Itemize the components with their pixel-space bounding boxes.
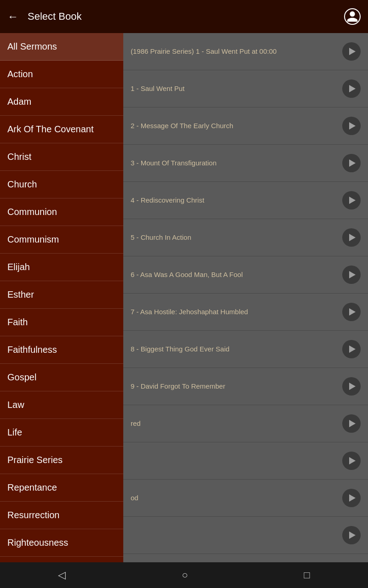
sermon-title: 3 - Mount Of Transfiguration bbox=[131, 158, 342, 168]
play-button[interactable] bbox=[342, 340, 361, 358]
back-nav-button[interactable]: ◁ bbox=[47, 565, 77, 585]
sidebar-item-faith[interactable]: Faith bbox=[0, 309, 123, 336]
sermon-row[interactable]: 3 - Mount Of Transfiguration bbox=[123, 145, 368, 182]
sidebar-item-label: Communion bbox=[7, 207, 57, 217]
sidebar-item-ark-of-the-covenant[interactable]: Ark Of The Covenant bbox=[0, 116, 123, 143]
sidebar-item-esther[interactable]: Esther bbox=[0, 281, 123, 309]
play-button[interactable] bbox=[342, 117, 361, 135]
sidebar-item-adam[interactable]: Adam bbox=[0, 88, 123, 116]
sermon-list: (1986 Prairie Series) 1 - Saul Went Put … bbox=[123, 33, 368, 562]
sidebar-item-label: Law bbox=[7, 400, 24, 410]
sidebar-item-all-sermons[interactable]: All Sermons bbox=[0, 33, 123, 61]
sermon-title: 8 - Biggest Thing God Ever Said bbox=[131, 345, 342, 354]
sermon-row[interactable]: od bbox=[123, 480, 368, 517]
play-button[interactable] bbox=[342, 42, 361, 61]
sidebar-item-label: Righteousness bbox=[7, 537, 68, 548]
play-button[interactable] bbox=[342, 154, 361, 172]
sermon-title: 2 - Message Of The Early Church bbox=[131, 121, 342, 130]
play-button[interactable] bbox=[342, 377, 361, 396]
sermon-row[interactable]: 2 - Message Of The Early Church bbox=[123, 107, 368, 145]
sermon-row[interactable] bbox=[123, 442, 368, 480]
sidebar-item-label: Elijah bbox=[7, 262, 30, 272]
sidebar-item-prairie-series[interactable]: Prairie Series bbox=[0, 447, 123, 474]
home-nav-button[interactable]: ○ bbox=[171, 565, 199, 585]
account-circle-icon[interactable] bbox=[344, 8, 361, 25]
sermon-row[interactable] bbox=[123, 517, 368, 554]
sermon-title: 5 - Church In Action bbox=[131, 233, 342, 242]
sermon-title: 7 - Asa Hostile: Jehoshaphat Humbled bbox=[131, 307, 342, 317]
sermon-row[interactable]: red bbox=[123, 405, 368, 442]
sidebar-item-communism[interactable]: Communism bbox=[0, 226, 123, 254]
sidebar-item-repentance[interactable]: Repentance bbox=[0, 474, 123, 502]
play-button[interactable] bbox=[342, 79, 361, 98]
sidebar-item-label: Gospel bbox=[7, 372, 36, 383]
sidebar-item-church[interactable]: Church bbox=[0, 171, 123, 198]
play-button[interactable] bbox=[342, 228, 361, 247]
sermon-row[interactable]: 4 - Rediscovering Christ bbox=[123, 182, 368, 219]
sidebar-item-life[interactable]: Life bbox=[0, 419, 123, 447]
sermon-row[interactable]: 8 - Biggest Thing God Ever Said bbox=[123, 331, 368, 368]
sidebar-item-elijah[interactable]: Elijah bbox=[0, 254, 123, 281]
sidebar-item-communion[interactable]: Communion bbox=[0, 198, 123, 226]
sidebar-item-law[interactable]: Law bbox=[0, 391, 123, 419]
sidebar-item-label: Ark Of The Covenant bbox=[7, 124, 94, 135]
sidebar: All SermonsActionAdamArk Of The Covenant… bbox=[0, 33, 123, 562]
sidebar-item-label: Repentance bbox=[7, 482, 57, 493]
back-button[interactable]: ← bbox=[7, 10, 18, 23]
sermon-title: 1 - Saul Went Put bbox=[131, 84, 342, 93]
recents-nav-button[interactable]: □ bbox=[293, 565, 321, 585]
sidebar-item-label: All Sermons bbox=[7, 41, 57, 52]
sidebar-item-christ[interactable]: Christ bbox=[0, 143, 123, 171]
play-button[interactable] bbox=[342, 266, 361, 284]
sermon-row[interactable]: 6 - Asa Was A Good Man, But A Fool bbox=[123, 256, 368, 294]
sidebar-item-righteousness[interactable]: Righteousness bbox=[0, 529, 123, 557]
play-button[interactable] bbox=[342, 414, 361, 433]
sidebar-item-label: Action bbox=[7, 69, 33, 79]
sermon-row[interactable]: 9 - David Forgot To Remember bbox=[123, 368, 368, 405]
sermon-row[interactable]: 7 - Asa Hostile: Jehoshaphat Humbled bbox=[123, 294, 368, 331]
sidebar-item-label: Communism bbox=[7, 234, 59, 245]
sermon-title: 9 - David Forgot To Remember bbox=[131, 382, 342, 391]
sidebar-item-label: Life bbox=[7, 427, 22, 438]
sidebar-item-label: Prairie Series bbox=[7, 455, 63, 465]
sidebar-item-gospel[interactable]: Gospel bbox=[0, 364, 123, 391]
sidebar-item-label: Resurrection bbox=[7, 510, 59, 520]
page-title: Select Book bbox=[28, 11, 344, 23]
sermon-row[interactable]: 1 - Saul Went Put bbox=[123, 70, 368, 107]
sermon-title: 4 - Rediscovering Christ bbox=[131, 196, 342, 205]
sidebar-item-faithfulness[interactable]: Faithfulness bbox=[0, 336, 123, 364]
play-button[interactable] bbox=[342, 452, 361, 470]
main-container: All SermonsActionAdamArk Of The Covenant… bbox=[0, 33, 368, 562]
sermon-title: (1986 Prairie Series) 1 - Saul Went Put … bbox=[131, 47, 342, 56]
sidebar-item-label: Adam bbox=[7, 96, 31, 107]
play-button[interactable] bbox=[342, 489, 361, 507]
sermon-row[interactable]: 5 - Church In Action bbox=[123, 219, 368, 256]
play-button[interactable] bbox=[342, 303, 361, 321]
sidebar-item-label: Faithfulness bbox=[7, 345, 57, 355]
play-button[interactable] bbox=[342, 526, 361, 544]
sermon-title: 6 - Asa Was A Good Man, But A Fool bbox=[131, 270, 342, 279]
sidebar-item-label: Christ bbox=[7, 152, 31, 162]
sidebar-item-action[interactable]: Action bbox=[0, 61, 123, 88]
bottom-navigation: ◁ ○ □ bbox=[0, 562, 368, 588]
sermon-title: red bbox=[131, 419, 342, 428]
sermon-title: od bbox=[131, 493, 342, 503]
sidebar-item-resurrection[interactable]: Resurrection bbox=[0, 502, 123, 529]
play-button[interactable] bbox=[342, 191, 361, 209]
sidebar-item-label: Faith bbox=[7, 317, 28, 328]
sermon-row[interactable]: (1986 Prairie Series) 1 - Saul Went Put … bbox=[123, 33, 368, 70]
app-header: ← Select Book bbox=[0, 0, 368, 33]
sidebar-item-label: Church bbox=[7, 179, 37, 190]
sidebar-item-label: Esther bbox=[7, 289, 34, 300]
